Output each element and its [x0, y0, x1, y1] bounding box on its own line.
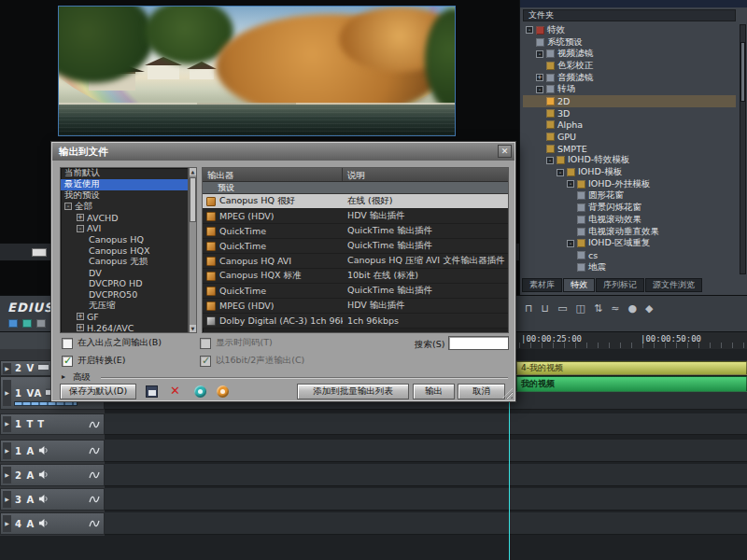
expand-arrow-icon[interactable]: ▶	[3, 515, 11, 532]
exporter-row[interactable]: Canopus HQ AVICanopus HQ 压缩 AVI 文件输出器插件	[203, 254, 508, 269]
plus-expander-icon[interactable]: +	[77, 214, 84, 221]
speaker-icon[interactable]	[38, 445, 49, 457]
effects-scrollbar[interactable]	[740, 24, 746, 274]
add-to-batch-list-button[interactable]: 添加到批量输出列表	[297, 384, 409, 399]
search-input[interactable]	[448, 336, 509, 350]
checkbox-between-in-out[interactable]: 在入出点之间输出(B)	[62, 337, 162, 349]
expand-arrow-icon[interactable]: ▶	[3, 416, 11, 432]
preset-tree-item[interactable]: 无压缩	[61, 301, 188, 312]
mode-swatch-teal[interactable]	[22, 319, 32, 328]
tree-scrollbar[interactable]: ▲ ▼	[189, 167, 197, 333]
minus-expander-icon[interactable]: -	[567, 180, 574, 188]
plus-expander-icon[interactable]: +	[536, 74, 543, 81]
minus-expander-icon[interactable]: -	[526, 26, 533, 34]
effects-tree-item[interactable]: 电视滚动效果	[523, 214, 736, 226]
preset-tree-item[interactable]: 最近使用	[61, 179, 188, 190]
panel-tab[interactable]: 序列标记	[596, 278, 644, 292]
mode-swatch-gray[interactable]	[36, 319, 46, 328]
advanced-expander-icon[interactable]: ▸	[62, 372, 65, 381]
effects-tree-item[interactable]: -IOHD-特效模板	[523, 155, 736, 167]
preset-tree-item[interactable]: +AVCHD	[61, 212, 188, 223]
record-icon[interactable]: ●	[627, 302, 637, 315]
effects-tree-item[interactable]: +音频滤镜	[523, 72, 736, 84]
effects-tree-item[interactable]: 2D	[523, 95, 736, 107]
close-icon[interactable]: ✕	[498, 145, 512, 158]
save-preset-icon[interactable]	[146, 385, 158, 398]
effects-tree-item[interactable]: 色彩校正	[523, 60, 736, 72]
preset-tree-item[interactable]: DVCPRO50	[61, 289, 188, 301]
minus-expander-icon[interactable]: -	[77, 225, 84, 232]
track-lane-1a[interactable]	[105, 440, 747, 462]
preset-tree-item[interactable]: Canopus 无损	[61, 256, 188, 267]
preset-tree-item[interactable]: -AVI	[61, 223, 188, 234]
exporter-row[interactable]: MPEG (HDV)HDV 输出插件	[203, 209, 508, 224]
save-as-default-button[interactable]: 保存为默认(D)	[60, 384, 136, 399]
effects-tree-item[interactable]: -视频滤镜	[523, 48, 736, 60]
scrollbar-thumb[interactable]	[740, 42, 745, 102]
minus-expander-icon[interactable]: -	[64, 203, 72, 210]
checkbox-box[interactable]	[62, 338, 73, 349]
column-exporter[interactable]: 输出器	[203, 168, 343, 181]
exporter-row[interactable]: QuickTimeQuickTime 输出插件	[203, 239, 508, 254]
effects-tree-item[interactable]: SMPTE	[523, 143, 736, 155]
track-lane-3a[interactable]	[105, 488, 747, 511]
effects-tree-item[interactable]: 地震	[523, 261, 736, 273]
effects-tree-item[interactable]: 3D	[523, 107, 736, 119]
preset-tree-item[interactable]: 我的预设	[61, 190, 188, 202]
speaker-icon[interactable]	[38, 469, 49, 482]
effects-tree-item[interactable]: -特效	[523, 24, 736, 36]
plus-expander-icon[interactable]: +	[77, 324, 84, 331]
effects-tree-item[interactable]: -IOHD-模板	[523, 166, 736, 178]
exporter-row[interactable]: Canopus HQX 标准10bit 在线 (标准)	[203, 269, 508, 284]
expand-arrow-icon[interactable]: ▶	[3, 442, 11, 459]
rubber-band-icon[interactable]	[89, 519, 100, 528]
preset-group-row[interactable]: 预设	[203, 182, 508, 194]
video-clip[interactable]: 4-我的视频	[516, 361, 747, 375]
output-button[interactable]: 输出	[413, 384, 455, 399]
effects-tree-item[interactable]: -IOHD-区域重复	[523, 237, 736, 249]
effects-tree-item[interactable]: 系统预设	[523, 36, 736, 49]
expand-arrow-icon[interactable]: ▶	[3, 363, 11, 374]
track-lane-1t[interactable]	[105, 413, 747, 435]
checkbox-box[interactable]	[200, 356, 211, 367]
minus-expander-icon[interactable]: -	[536, 50, 543, 58]
expand-arrow-icon[interactable]: ▶	[3, 380, 11, 405]
effects-tree-item[interactable]: cs	[523, 249, 736, 261]
scroll-up-icon[interactable]: ▲	[190, 168, 196, 175]
preset-tree-item[interactable]: DVCPRO HD	[61, 278, 188, 289]
rubber-band-icon[interactable]	[89, 470, 100, 480]
panel-tab[interactable]: 素材库	[522, 278, 562, 292]
exporter-row[interactable]: MPEG (HDV)HDV 输出插件	[203, 299, 508, 314]
rubber-band-icon[interactable]	[89, 495, 100, 504]
rubber-band-icon[interactable]	[89, 446, 100, 455]
expand-arrow-icon[interactable]: ▶	[3, 467, 11, 483]
folder-header[interactable]: 文件夹	[523, 9, 736, 21]
delete-preset-icon[interactable]: ✕	[170, 384, 180, 398]
plus-expander-icon[interactable]: +	[77, 313, 84, 320]
effects-tree-item[interactable]: 圆形花窗	[523, 190, 736, 203]
sync-preset-icon[interactable]	[194, 385, 206, 398]
preset-tree-item[interactable]: Canopus HQX	[61, 245, 188, 257]
checkbox-box[interactable]	[62, 356, 73, 367]
track-header-3a[interactable]: ▶3 A	[0, 488, 105, 511]
exporter-row[interactable]: QuickTimeQuickTime 输出插件	[203, 284, 508, 299]
table-header[interactable]: 输出器 说明	[203, 168, 508, 182]
minus-expander-icon[interactable]: -	[567, 240, 574, 247]
minus-expander-icon[interactable]: -	[546, 157, 554, 164]
track-lane-2a[interactable]	[105, 464, 747, 486]
track-header-2a[interactable]: ▶2 A	[0, 464, 105, 486]
exporter-row[interactable]: QuickTimeQuickTime 输出插件	[203, 224, 508, 239]
track-lane-4a[interactable]	[105, 512, 747, 535]
preset-tree-item[interactable]: Canopus HQ	[61, 234, 188, 245]
effects-tree-item[interactable]: Alpha	[523, 119, 736, 132]
effects-tree-item[interactable]: -IOHD-外挂模板	[523, 178, 736, 190]
ripple-icon[interactable]: ⊔	[542, 302, 550, 315]
effects-tree-item[interactable]: -转场	[523, 83, 736, 95]
track-header-1a[interactable]: ▶1 A	[0, 440, 105, 462]
effects-tree-item[interactable]: 电视滚动垂直效果	[523, 226, 736, 238]
va-clip[interactable]: 我的视频	[516, 376, 747, 392]
sequence-marker-icon[interactable]: ◆	[645, 302, 653, 315]
shuttle-slider[interactable]	[32, 248, 47, 257]
dialog-titlebar[interactable]: 输出到文件 ✕	[52, 143, 514, 161]
exporter-row[interactable]: Dolby Digital (AC-3) 1ch 96kbps1ch 96kbp…	[203, 314, 508, 329]
